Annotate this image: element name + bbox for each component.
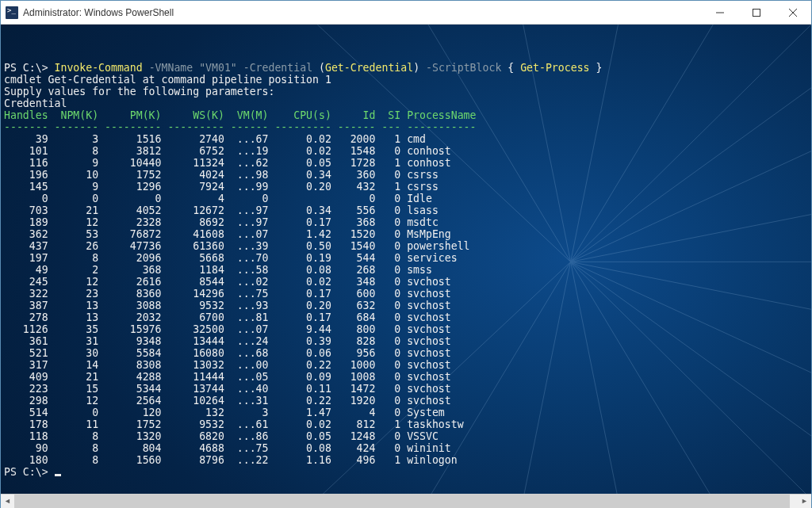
terminal-line: 178 11 1752 9532 ...61 0.02 812 1 taskho… bbox=[4, 418, 808, 430]
scroll-track[interactable] bbox=[14, 495, 798, 508]
terminal-line: 101 8 3812 6752 ...19 0.02 1548 0 conhos… bbox=[4, 145, 808, 157]
terminal-line: 197 8 2096 5668 ...70 0.19 544 0 service… bbox=[4, 252, 808, 264]
terminal-line: 703 21 4052 12672 ...97 0.34 556 0 lsass bbox=[4, 204, 808, 216]
terminal-line: cmdlet Get-Credential at command pipelin… bbox=[4, 74, 808, 86]
terminal-area[interactable]: PS C:\> Invoke-Command -VMName "VM01" -C… bbox=[1, 25, 811, 494]
terminal-line: 0 0 0 4 0 0 0 Idle bbox=[4, 193, 808, 204]
cursor bbox=[55, 474, 61, 476]
close-button[interactable] bbox=[775, 1, 811, 24]
terminal-line: 145 9 1296 7924 ...99 0.20 432 1 csrss bbox=[4, 181, 808, 193]
maximize-button[interactable] bbox=[738, 1, 775, 24]
terminal-line: 39 3 1516 2740 ...67 0.02 2000 1 cmd bbox=[4, 133, 808, 145]
terminal-line: 409 21 4288 11444 ...05 0.09 1008 0 svch… bbox=[4, 371, 808, 383]
scroll-thumb[interactable] bbox=[14, 495, 790, 508]
window-title: Administrator: Windows PowerShell bbox=[23, 7, 174, 18]
scroll-right-button[interactable]: ► bbox=[798, 495, 811, 508]
terminal-line: Supply values for the following paramete… bbox=[4, 86, 808, 97]
minimize-button[interactable] bbox=[702, 1, 738, 24]
terminal-line: 362 53 76872 41608 ...07 1.42 1520 0 MsM… bbox=[4, 228, 808, 240]
terminal-lines: PS C:\> Invoke-Command -VMName "VM01" -C… bbox=[4, 62, 808, 478]
titlebar[interactable]: Administrator: Windows PowerShell bbox=[1, 1, 811, 25]
scroll-left-button[interactable]: ◄ bbox=[1, 495, 14, 508]
svg-rect-1 bbox=[753, 9, 760, 16]
terminal-line: PS C:\> Invoke-Command -VMName "VM01" -C… bbox=[4, 62, 808, 74]
terminal-line: 245 12 2616 8544 ...02 0.02 348 0 svchos… bbox=[4, 276, 808, 288]
terminal-line: 317 14 8308 13032 ...00 0.22 1000 0 svch… bbox=[4, 359, 808, 371]
terminal-line: 437 26 47736 61360 ...39 0.50 1540 0 pow… bbox=[4, 240, 808, 252]
window-controls bbox=[702, 1, 811, 24]
terminal-line: PS C:\> bbox=[4, 466, 808, 478]
terminal-line: 278 13 2032 6700 ...81 0.17 684 0 svchos… bbox=[4, 311, 808, 323]
terminal-line: 90 8 804 4688 ...75 0.08 424 0 wininit bbox=[4, 442, 808, 454]
terminal-line: 118 8 1320 6820 ...86 0.05 1248 0 VSSVC bbox=[4, 430, 808, 442]
terminal-line: ------- ------- --------- --------- ----… bbox=[4, 121, 808, 133]
terminal-line: 514 0 120 132 3 1.47 4 0 System bbox=[4, 407, 808, 418]
terminal-line: 116 9 10440 11324 ...62 0.05 1728 1 conh… bbox=[4, 157, 808, 169]
terminal-line: Handles NPM(K) PM(K) WS(K) VM(M) CPU(s) … bbox=[4, 109, 808, 121]
terminal-line: 361 31 9348 13444 ...24 0.39 828 0 svcho… bbox=[4, 335, 808, 347]
terminal-line: 298 12 2564 10264 ...31 0.22 1920 0 svch… bbox=[4, 395, 808, 407]
terminal-line: 322 23 8360 14296 ...75 0.17 600 0 svcho… bbox=[4, 288, 808, 300]
terminal-line: 1126 35 15976 32500 ...07 9.44 800 0 svc… bbox=[4, 323, 808, 335]
powershell-window: Administrator: Windows PowerShell bbox=[0, 0, 812, 508]
horizontal-scrollbar[interactable]: ◄ ► bbox=[1, 494, 811, 507]
terminal-line: 196 10 1752 4024 ...98 0.34 360 0 csrss bbox=[4, 169, 808, 181]
terminal-line: 521 30 5584 16080 ...68 0.06 956 0 svcho… bbox=[4, 347, 808, 359]
terminal-line: Credential bbox=[4, 97, 808, 109]
powershell-icon bbox=[6, 6, 18, 19]
terminal-line: 180 8 1560 8796 ...22 1.16 496 1 winlogo… bbox=[4, 454, 808, 466]
terminal-line: 49 2 368 1184 ...58 0.08 268 0 smss bbox=[4, 264, 808, 276]
terminal-line: 387 13 3088 9532 ...93 0.20 632 0 svchos… bbox=[4, 300, 808, 311]
terminal-line: 223 15 5344 13744 ...40 0.11 1472 0 svch… bbox=[4, 383, 808, 395]
terminal-line: 189 12 2328 8692 ...97 0.17 368 0 msdtc bbox=[4, 216, 808, 228]
